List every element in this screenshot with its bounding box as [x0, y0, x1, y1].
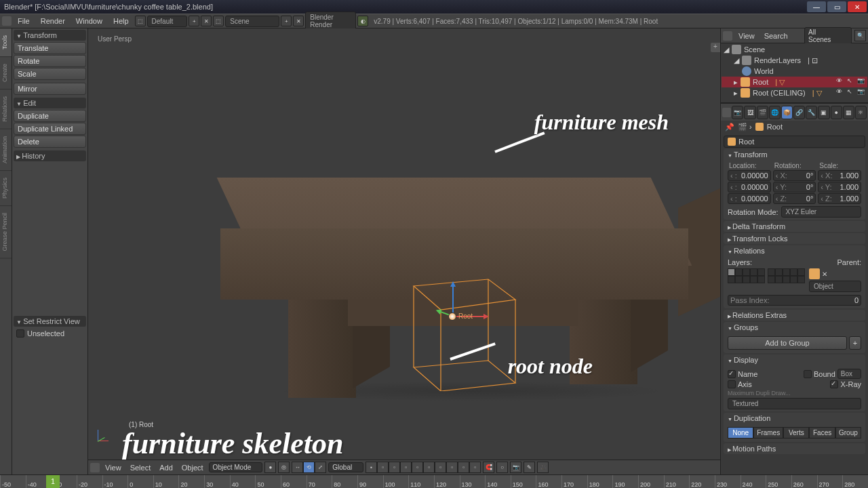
props-editor-icon[interactable]: [722, 108, 731, 117]
tab-relations[interactable]: Relations: [0, 89, 12, 129]
history-header[interactable]: History: [14, 150, 86, 161]
n-panel-toggle[interactable]: +: [711, 43, 720, 52]
pin-icon[interactable]: 📌: [725, 123, 734, 131]
tab-world[interactable]: 🌐: [769, 106, 781, 119]
editor-type-icon[interactable]: [90, 463, 100, 472]
delta-transform-header[interactable]: Delta Transform: [724, 221, 865, 232]
display-axis-checkbox[interactable]: [728, 380, 736, 388]
rot-y-field[interactable]: ‹ Y:0°: [773, 182, 816, 192]
tab-object[interactable]: 📦: [781, 106, 793, 119]
scale-button[interactable]: Scale: [14, 68, 86, 80]
draw-type-dropdown[interactable]: Textured: [728, 398, 861, 409]
z-axis-icon[interactable]: [452, 283, 454, 317]
outliner-ceiling[interactable]: ▸Root (CEILING)| ▽👁↖📷: [722, 87, 867, 98]
unselected-checkbox[interactable]: [16, 329, 24, 338]
parent-field[interactable]: [809, 268, 820, 279]
outliner-world[interactable]: World: [722, 66, 867, 77]
unselected-row[interactable]: Unselected: [14, 328, 86, 339]
delete-button[interactable]: Delete: [14, 136, 86, 148]
duplicate-linked-button[interactable]: Duplicate Linked: [14, 123, 86, 135]
pivot-icon[interactable]: ◎: [278, 462, 290, 473]
proportional-icon[interactable]: ○: [496, 462, 508, 473]
tab-data[interactable]: ▣: [818, 106, 829, 119]
add-group-plus-button[interactable]: +: [849, 336, 861, 350]
tab-constraints[interactable]: 🔗: [793, 106, 805, 119]
outliner-renderlayers[interactable]: ◢RenderLayers| ⊡: [722, 55, 867, 66]
gpencil-icon[interactable]: ✎: [524, 462, 535, 473]
manip-scale-icon[interactable]: ⤢: [315, 462, 326, 473]
timeline-ruler[interactable]: -50-40-30-20-100102030405060708090100110…: [0, 474, 868, 488]
vh-add[interactable]: Add: [156, 462, 176, 473]
tab-render[interactable]: 📷: [732, 106, 743, 119]
scene-dropdown[interactable]: Scene: [225, 16, 279, 27]
minimize-button[interactable]: —: [807, 1, 826, 12]
relations-extras-header[interactable]: Relations Extras: [724, 310, 865, 321]
dup-frames[interactable]: Frames: [753, 427, 783, 439]
transform-section-header[interactable]: Transform: [724, 149, 865, 160]
menu-file[interactable]: File: [13, 16, 35, 26]
display-xray-checkbox[interactable]: [830, 380, 838, 388]
menu-window[interactable]: Window: [71, 16, 107, 26]
maximize-button[interactable]: ▭: [827, 1, 846, 12]
tab-animation[interactable]: Animation: [0, 129, 12, 171]
translate-button[interactable]: Translate: [14, 42, 86, 54]
snap-icon[interactable]: 🧲: [483, 462, 494, 473]
vh-object[interactable]: Object: [178, 462, 207, 473]
outliner-tree[interactable]: ◢Scene ◢RenderLayers| ⊡ World ▸Root| ▽👁↖…: [721, 43, 868, 103]
groups-header[interactable]: Groups: [724, 322, 865, 333]
render-icon[interactable]: 📷: [510, 462, 521, 473]
object-name-field[interactable]: Root: [724, 136, 865, 148]
layers-grid[interactable]: [728, 268, 805, 283]
shading-icon[interactable]: ●: [264, 462, 276, 473]
scl-z-field[interactable]: ‹ Z:1.000: [818, 193, 861, 204]
manip-translate-icon[interactable]: ↔: [292, 462, 303, 473]
back-scene-btn[interactable]: ⬚: [135, 16, 146, 26]
tab-tools[interactable]: Tools: [0, 28, 12, 57]
rotation-mode-dropdown[interactable]: XYZ Euler: [781, 206, 861, 218]
bound-type-dropdown[interactable]: Box: [837, 369, 861, 379]
add-to-group-button[interactable]: Add to Group: [728, 336, 847, 350]
rotate-button[interactable]: Rotate: [14, 55, 86, 67]
tab-scene[interactable]: 🎬: [757, 106, 768, 119]
dup-verts[interactable]: Verts: [783, 427, 809, 439]
dup-faces[interactable]: Faces: [809, 427, 835, 439]
dup-group[interactable]: Group: [835, 427, 861, 439]
loc-x-field[interactable]: ‹ :0.00000: [728, 170, 771, 181]
edit-header[interactable]: Edit: [14, 98, 86, 108]
motion-paths-header[interactable]: Motion Paths: [724, 443, 865, 454]
loc-z-field[interactable]: ‹ :0.00000: [728, 193, 771, 204]
outliner-filter-dropdown[interactable]: All Scenes: [804, 27, 852, 45]
del-layout-btn[interactable]: ✕: [201, 16, 212, 26]
scl-y-field[interactable]: ‹ Y:1.000: [818, 182, 861, 192]
duplicate-button[interactable]: Duplicate: [14, 110, 86, 122]
parent-type-dropdown[interactable]: Object: [809, 281, 861, 292]
dup-none[interactable]: None: [728, 427, 753, 439]
set-restrict-header[interactable]: Set Restrict View: [14, 316, 86, 327]
screen-layout-dropdown[interactable]: Default: [147, 16, 188, 27]
mirror-button[interactable]: Mirror: [14, 83, 86, 95]
tab-physics[interactable]: Physics: [0, 171, 12, 206]
tab-renderlayers[interactable]: 🖼: [744, 106, 755, 119]
loc-y-field[interactable]: ‹ :0.00000: [728, 182, 771, 192]
add-layout-btn[interactable]: +: [189, 16, 199, 26]
mode-dropdown[interactable]: Object Mode: [209, 462, 263, 472]
blender-icon[interactable]: [2, 16, 12, 26]
add-scene-btn[interactable]: +: [281, 16, 292, 26]
tab-grease-pencil[interactable]: Grease Pencil: [0, 206, 12, 259]
close-button[interactable]: ✕: [848, 1, 867, 12]
transform-header[interactable]: Transform: [14, 30, 86, 41]
3d-viewport[interactable]: User Persp: [88, 28, 720, 474]
outliner-editor-icon[interactable]: [723, 31, 732, 41]
online-icon[interactable]: ◐: [357, 16, 368, 26]
del-scene-btn[interactable]: ✕: [293, 16, 304, 26]
outliner-root[interactable]: ▸Root| ▽👁↖📷: [722, 77, 867, 87]
tab-material[interactable]: ●: [831, 106, 842, 119]
tab-modifiers[interactable]: 🔧: [806, 106, 817, 119]
transform-locks-header[interactable]: Transform Locks: [724, 233, 865, 244]
origin-icon[interactable]: [448, 312, 456, 321]
display-bound-checkbox[interactable]: [804, 370, 812, 378]
scl-x-field[interactable]: ‹ X:1.000: [818, 170, 861, 181]
pass-index-field[interactable]: Pass Index:0: [728, 295, 861, 306]
rot-z-field[interactable]: ‹ Z:0°: [773, 193, 816, 204]
menu-help[interactable]: Help: [108, 16, 134, 26]
